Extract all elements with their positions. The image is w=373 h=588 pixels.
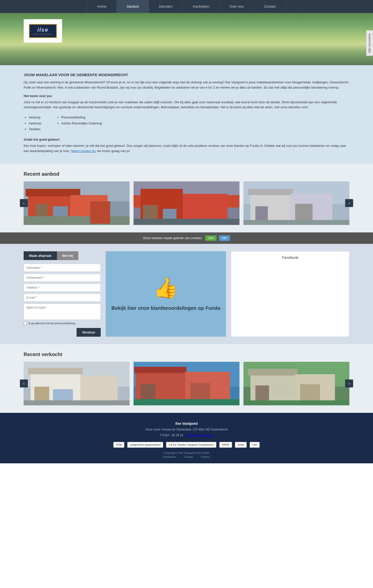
recent-verkocht-section: Recent verkocht ‹ [0,344,373,413]
svg-rect-24 [243,220,349,225]
sold-property-image-3 [243,362,349,405]
form-funda-section: Maak afspraak Bel mij Ik ga akkoord met … [0,244,373,344]
svg-rect-16 [134,219,239,225]
logo: ilse VASTGOED [29,24,57,38]
carousel-items [24,181,349,225]
nav-home[interactable]: Home [87,0,117,13]
property-card-1 [24,181,130,225]
badge-funda: funda [235,442,247,448]
main-title: JOUW MAKELAAR VOOR DE GEMEENTE WOENSDREC… [24,73,349,77]
verstuur-button[interactable]: Verstuur [77,328,101,337]
mijn-favorieten-tab[interactable]: Mijn favorieten [366,30,373,56]
footer-copyright: Copyright © Ilse Vastgoed 2013-2025 [5,451,368,454]
achternaam-field[interactable] [24,274,101,282]
footer-links: Disclaimer · Contact · Privacy [5,455,368,458]
property-image-2 [134,181,239,225]
footer-email-link[interactable]: info@ilsevastgoed.nl [186,433,213,437]
footer-disclaimer[interactable]: Disclaimer [163,455,176,458]
main-p1: Juist nu het er zo hectisch aan toegaat … [24,100,349,110]
badge-vastgoedcert: vastgoedcert gegarandeerd [127,442,163,448]
contact-form: Maak afspraak Bel mij Ik ga akkoord met … [24,251,101,337]
nav-aanbod[interactable]: Aanbod [117,0,149,13]
property-image-3 [243,181,349,225]
verkocht-carousel-next[interactable]: › [345,379,353,387]
footer-badges: NVM vastgoedcert gegarandeerd a.b.b.b Ta… [5,442,368,448]
privacy-label: Ik ga akkoord met de privacyverklaring [28,322,75,325]
property-image-1 [24,181,130,225]
facebook-box: Facebook [231,251,349,337]
funda-box[interactable]: 👍 Bekijk hier onze klantbeoordelingen op… [106,251,226,337]
thumbs-icon: 👍 [153,276,178,300]
verkocht-carousel-items [24,362,349,405]
nav-over-ons[interactable]: Over ons [220,0,254,13]
list-item: Verkoop [29,114,41,120]
badge-like: Like [250,442,260,448]
hero-section: ilse VASTGOED Mijn favorieten [0,13,373,65]
badge-nvm: NVM [113,442,124,448]
svg-rect-36 [134,367,186,373]
svg-rect-44 [248,369,298,375]
verkocht-carousel: ‹ [24,362,349,405]
aanbod-carousel: ‹ [24,181,349,225]
svg-rect-32 [24,400,130,405]
svg-rect-20 [248,189,293,195]
form-tabs: Maak afspraak Bel mij [24,251,101,260]
cookie-ok-button[interactable]: Oké [205,235,217,241]
svg-rect-48 [243,400,349,405]
privacy-checkbox-wrapper: Ik ga akkoord met de privacyverklaring [24,322,101,325]
h3-zodat: Zodat het goed gebeurt [24,138,349,141]
logo-sub: VASTGOED [33,33,52,35]
h3-best: Het beste voor jou [24,94,349,98]
privacy-checkbox[interactable] [24,322,27,325]
contact-link[interactable]: Neem contact op [71,149,95,153]
carousel-prev-button[interactable]: ‹ [20,199,28,207]
main-nav: Home Aanbod Diensten Inschrijven Over on… [0,0,373,13]
footer: Ilse Vastgoed Onze Lieve Vrouwe ter Duin… [0,413,373,463]
sold-property-image-1 [24,362,130,405]
nav-diensten[interactable]: Diensten [149,0,183,13]
tab-bel[interactable]: Bel mij [57,251,79,260]
facebook-title: Facebook [282,255,298,260]
list-item: Advies Ruimtelijke Ordening [61,120,102,126]
list-item: Taxaties [29,126,41,132]
footer-phone: T 0164 - 65 28 23 info@ilsevastgoed.nl [5,433,368,437]
cookie-text: Deze website maakt gebruik van cookies. [143,236,202,240]
recent-aanbod-title: Recent aanbod [24,171,349,177]
telefoon-field[interactable] [24,284,101,292]
svg-rect-40 [134,399,239,405]
services-list: Verkoop Aankoop Taxaties Planontwikkelin… [24,112,349,134]
svg-rect-8 [90,201,110,224]
property-card-3 [243,181,349,225]
carousel-next-button[interactable]: › [345,199,353,207]
cookie-banner: Deze website maakt gebruik van cookies. … [0,232,373,244]
sold-property-1 [24,362,130,405]
sold-property-3 [243,362,349,405]
recent-aanbod-section: Recent aanbod ‹ [0,164,373,232]
main-content: JOUW MAKELAAR VOOR DE GEMEENTE WOENSDREC… [0,65,373,164]
main-p2: Een huis kopen, verkopen of laten taxere… [24,143,349,154]
sold-property-image-2 [134,362,239,405]
verkocht-carousel-prev[interactable]: ‹ [20,379,28,387]
main-intro: Op zoek naar een woning in de gemeente W… [24,80,349,90]
footer-address: Onze Lieve Vrouwe ter Duinenlaan 133 464… [5,427,368,432]
badge-abbb: a.b.b.b Taxateur Vastgoed Geregistreerd [166,442,216,448]
nav-contact[interactable]: Contact [254,0,286,13]
tab-afspraak[interactable]: Maak afspraak [24,251,57,260]
email-field[interactable] [24,294,101,302]
logo-text: ilse [33,27,52,33]
footer-privacy[interactable]: Privacy [201,455,210,458]
footer-contact-link[interactable]: Contact [184,455,193,458]
cookie-info-button[interactable]: Info [219,235,230,241]
nav-inschrijven[interactable]: Inschrijven [183,0,220,13]
sold-property-2 [134,362,239,405]
opmerkingen-field[interactable] [24,304,101,320]
svg-rect-28 [28,368,83,374]
footer-company: Ilse Vastgoed [5,422,368,426]
logo-container: ilse VASTGOED [24,19,62,43]
voornaam-field[interactable] [24,264,101,272]
recent-verkocht-title: Recent verkocht [24,352,349,357]
property-card-2 [134,181,239,225]
svg-rect-7 [24,216,130,225]
list-item: Aankoop [29,120,41,126]
funda-text: Bekijk hier onze klantbeoordelingen op F… [111,305,220,312]
